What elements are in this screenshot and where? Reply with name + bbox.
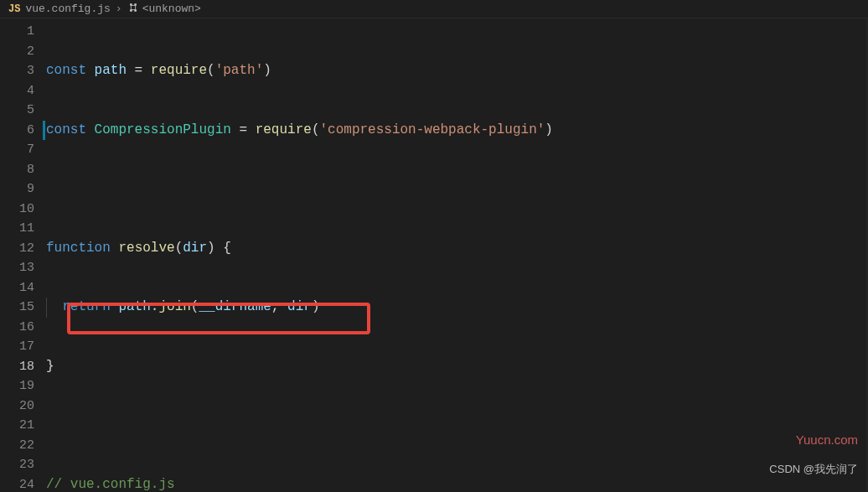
code-line[interactable]: } [46,357,868,377]
modified-indicator [43,121,45,141]
indent-guide [46,298,47,318]
breadcrumb-symbol[interactable]: <unknown> [142,3,201,15]
line-number-gutter: 123456789101112131415161718192021222324 [0,18,46,492]
chevron-right-icon: › [116,3,122,15]
code-content[interactable]: const path = require('path') const Compr… [46,18,868,492]
editor-area[interactable]: 123456789101112131415161718192021222324 … [0,18,868,492]
code-line[interactable]: const CompressionPlugin = require('compr… [46,121,868,141]
watermark-csdn: CSDN @我先润了 [769,462,858,477]
code-line[interactable]: function resolve(dir) { [46,239,868,259]
breadcrumb[interactable]: JS vue.config.js › <unknown> [0,0,868,18]
code-line[interactable]: // vue.config.js [46,475,868,493]
js-file-icon: JS [8,3,20,15]
code-line[interactable] [46,179,868,199]
watermark-site: Yuucn.com [796,432,858,447]
code-line[interactable]: const path = require('path') [46,61,868,81]
code-line[interactable]: return path.join(__dirname, dir) [46,298,868,318]
breadcrumb-file[interactable]: vue.config.js [25,3,110,15]
namespace-icon [127,2,139,17]
code-line[interactable] [46,416,868,436]
